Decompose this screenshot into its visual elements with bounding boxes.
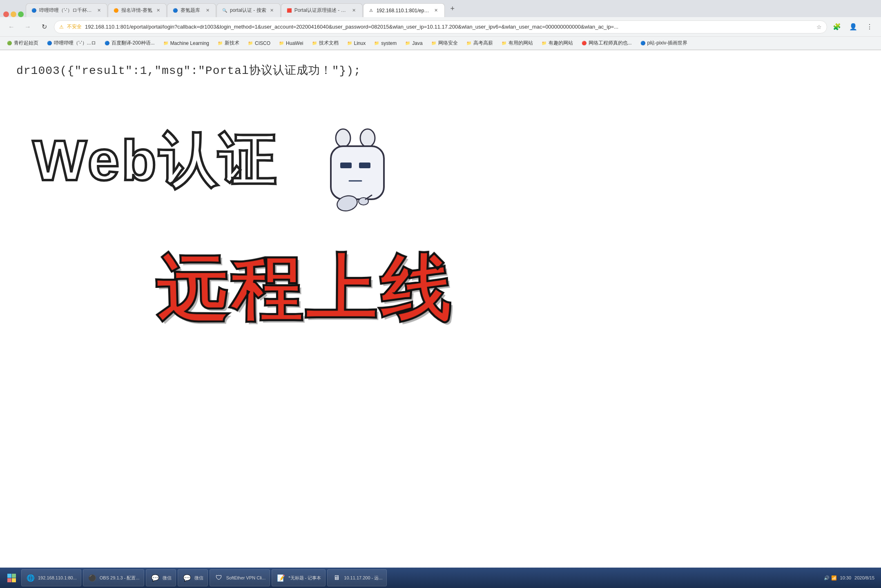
tab-close-6[interactable]: ✕ — [433, 7, 439, 14]
bookmark-favicon-linux: 📁 — [347, 40, 352, 46]
tab-1[interactable]: 🔵 哔哩哔哩（'-'）ロ千杯--bili... ✕ — [26, 3, 107, 17]
back-button[interactable]: ← — [5, 20, 18, 33]
url-text: 192.168.110.1:801/eportal/portal/login?c… — [85, 24, 813, 30]
tab-favicon-1: 🔵 — [31, 8, 37, 13]
svg-rect-9 — [7, 574, 11, 578]
tab-5[interactable]: 🟥 Portal认证原理描述 - S7700 V2... ✕ — [281, 3, 363, 17]
star-icon[interactable]: ☆ — [816, 24, 822, 30]
taskbar-tray-icons: 🔊 📶 — [824, 575, 836, 581]
bookmark-label-java: Java — [412, 40, 422, 46]
taskbar-item-remote[interactable]: 🖥 10.11.17.200 - 远... — [327, 569, 387, 586]
taskbar-wechat1-icon: 💬 — [150, 573, 160, 583]
bookmark-label-gaokao: 高考高薪 — [473, 40, 493, 47]
start-button[interactable] — [3, 570, 20, 586]
refresh-button[interactable]: ↻ — [38, 20, 51, 33]
tab-favicon-3: 🔵 — [172, 8, 178, 13]
taskbar-item-softether[interactable]: 🛡 SoftEther VPN Cli... — [210, 569, 270, 586]
bookmark-system[interactable]: 📁 system — [370, 40, 400, 47]
taskbar-browser-icon: 🌐 — [26, 573, 36, 583]
bookmark-network-security[interactable]: 📁 网络安全 — [428, 39, 461, 47]
bookmark-label-system: system — [381, 40, 397, 46]
bookmark-label-cisco: CISCO — [255, 40, 270, 46]
tab-favicon-6: ⚠ — [368, 8, 374, 13]
bookmark-favicon-gaokao: 📁 — [466, 40, 472, 46]
tab-3[interactable]: 🔵 赛氪题库 ✕ — [167, 3, 216, 17]
bookmark-label-pixiv: p站-pixiv-插画世界 — [647, 40, 688, 47]
bookmark-favicon-system: 📁 — [374, 40, 379, 46]
bookmark-tech-docs[interactable]: 📁 技术文档 — [308, 39, 342, 47]
tab-close-1[interactable]: ✕ — [96, 7, 102, 14]
bookmark-baidu-translate[interactable]: 🔵 百度翻译-200种语... — [101, 39, 158, 47]
remote-online-container: 远程上线 — [155, 250, 454, 329]
menu-button[interactable]: ⋮ — [863, 20, 876, 33]
bookmark-gaokao[interactable]: 📁 高考高薪 — [463, 39, 496, 47]
tab-2[interactable]: 🟠 报名详情-赛氪 ✕ — [108, 3, 167, 17]
tab-close-3[interactable]: ✕ — [204, 7, 211, 14]
tab-4[interactable]: 🔍 portal认证 - 搜索 ✕ — [216, 3, 281, 17]
tab-close-5[interactable]: ✕ — [351, 7, 357, 14]
svg-point-0 — [336, 129, 350, 147]
window-max-btn[interactable] — [18, 11, 24, 17]
bookmark-newtech[interactable]: 📁 新技术 — [214, 39, 243, 47]
bookmark-linux[interactable]: 📁 Linux — [343, 40, 369, 47]
new-tab-button[interactable]: + — [447, 3, 458, 14]
tab-close-2[interactable]: ✕ — [155, 7, 161, 14]
svg-rect-11 — [7, 578, 11, 582]
bookmark-fun-sites[interactable]: 📁 有趣的网站 — [538, 39, 576, 47]
bookmark-favicon-tech-docs: 📁 — [312, 40, 317, 46]
bookmark-pixiv[interactable]: 🔵 p站-pixiv-插画世界 — [637, 39, 691, 47]
tab-favicon-2: 🟠 — [113, 8, 119, 13]
bookmark-useful-sites[interactable]: 📁 有用的网站 — [498, 39, 536, 47]
bookmark-favicon-network-eng: 🔴 — [581, 40, 587, 46]
bookmark-qingning[interactable]: 🟢 青柠起始页 — [3, 39, 42, 47]
extensions-button[interactable]: 🧩 — [830, 20, 843, 33]
address-bar[interactable]: ⚠ 不安全 192.168.110.1:801/eportal/portal/l… — [54, 20, 827, 33]
page-content: dr1003({"result":1,"msg":"Portal协议认证成功！"… — [0, 50, 881, 568]
tab-close-4[interactable]: ✕ — [269, 7, 275, 14]
taskbar-obs-icon: ⚫ — [87, 573, 97, 583]
bookmark-label-fun-sites: 有趣的网站 — [549, 40, 573, 47]
taskbar-item-wechat1[interactable]: 💬 微信 — [146, 569, 176, 586]
bookmark-bilibili[interactable]: 🔵 哔哩哔哩（'-'）...ロ — [43, 39, 99, 47]
bookmark-network-eng[interactable]: 🔴 网络工程师真的也... — [578, 39, 635, 47]
remote-online-text: 远程上线 — [154, 250, 455, 328]
taskbar-date: 2020/8/15 — [854, 575, 874, 580]
bookmark-favicon-pixiv: 🔵 — [640, 40, 646, 46]
svg-rect-3 — [340, 163, 352, 168]
taskbar-obs-label: OBS 29.1.3 - 配置... — [100, 575, 140, 581]
bookmark-huawei[interactable]: 📁 HuaWei — [275, 40, 306, 47]
web-auth-text: Web认证 — [33, 132, 277, 189]
bookmarks-bar: 🟢 青柠起始页 🔵 哔哩哔哩（'-'）...ロ 🔵 百度翻译-200种语... … — [0, 37, 881, 50]
bookmark-ml[interactable]: 📁 Machine Learning — [160, 40, 212, 47]
tab-6[interactable]: ⚠ 192.168.110.1:801/eportal/porta... ✕ — [363, 3, 445, 17]
navigation-bar: ← → ↻ ⚠ 不安全 192.168.110.1:801/eportal/po… — [0, 17, 881, 37]
bookmark-favicon-newtech: 📁 — [217, 40, 223, 46]
tab-title-1: 哔哩哔哩（'-'）ロ千杯--bili... — [39, 7, 93, 14]
taskbar-item-obs[interactable]: ⚫ OBS 29.1.3 - 配置... — [83, 569, 144, 586]
bookmark-label-huawei: HuaWei — [286, 40, 303, 46]
window-back-btn[interactable] — [3, 11, 9, 17]
bookmark-cisco[interactable]: 📁 CISCO — [244, 40, 274, 47]
forward-button[interactable]: → — [21, 20, 34, 33]
taskbar-item-notepad[interactable]: 📝 *无标题 - 记事本 — [272, 569, 326, 586]
taskbar-item-wechat2[interactable]: 💬 微信 — [178, 569, 208, 586]
bookmark-favicon-java: 📁 — [405, 40, 410, 46]
tab-title-2: 报名详情-赛氪 — [121, 7, 152, 14]
bookmark-label-qingning: 青柠起始页 — [14, 40, 38, 47]
tab-title-4: portal认证 - 搜索 — [230, 7, 266, 14]
bookmark-favicon-huawei: 📁 — [279, 40, 284, 46]
taskbar-wechat2-icon: 💬 — [182, 573, 192, 583]
bookmark-java[interactable]: 📁 Java — [401, 40, 426, 47]
browser-chrome: 🔵 哔哩哔哩（'-'）ロ千杯--bili... ✕ 🟠 报名详情-赛氪 ✕ 🔵 … — [0, 0, 881, 50]
svg-rect-2 — [331, 146, 384, 199]
taskbar-browser-label: 192.168.110.1:80... — [38, 575, 77, 580]
profile-button[interactable]: 👤 — [847, 20, 860, 33]
taskbar-notepad-icon: 📝 — [276, 573, 286, 583]
security-indicator: ⚠ — [59, 24, 64, 30]
svg-rect-12 — [12, 578, 16, 582]
bookmark-label-ml: Machine Learning — [170, 40, 209, 46]
taskbar-item-browser[interactable]: 🌐 192.168.110.1:80... — [21, 569, 81, 586]
taskbar-wechat2-label: 微信 — [194, 575, 203, 581]
bookmark-label-baidu: 百度翻译-200种语... — [112, 40, 155, 47]
window-min-btn[interactable] — [11, 11, 16, 17]
